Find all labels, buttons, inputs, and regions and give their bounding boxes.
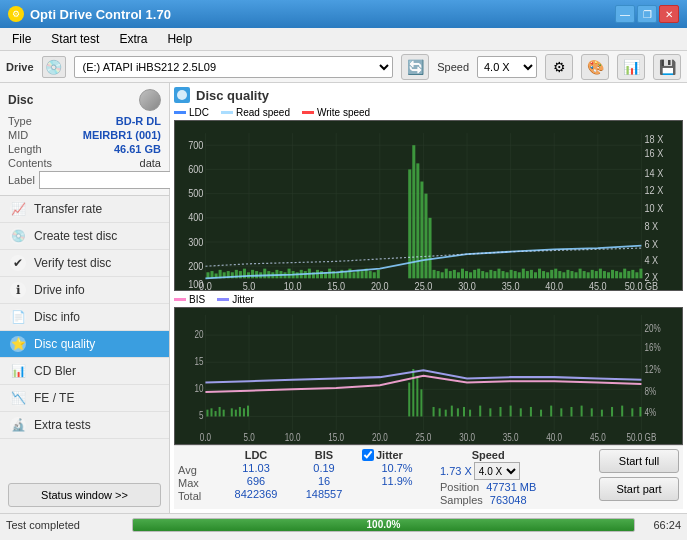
- svg-rect-185: [223, 410, 225, 417]
- legend-bis-dot: [174, 298, 186, 301]
- max-ldc: 696: [226, 475, 286, 487]
- sidebar-item-extra-tests[interactable]: 🔬 Extra tests: [0, 412, 169, 439]
- drive-select[interactable]: (E:) ATAPI iHBS212 2.5L09: [74, 56, 394, 78]
- svg-rect-217: [631, 409, 633, 417]
- bottom-chart: 20 15 10 5 20% 16% 12% 8% 4% 0.0 5.0 10.…: [174, 307, 683, 445]
- svg-rect-94: [433, 270, 436, 278]
- graph-icon-btn[interactable]: 📊: [617, 54, 645, 80]
- menu-start-test[interactable]: Start test: [43, 30, 107, 48]
- save-icon-btn[interactable]: 💾: [653, 54, 681, 80]
- svg-rect-127: [566, 270, 569, 278]
- sidebar-item-fe-te[interactable]: 📉 FE / TE: [0, 385, 169, 412]
- app-icon: ⚙: [8, 6, 24, 22]
- svg-rect-112: [506, 272, 509, 278]
- status-window-button[interactable]: Status window >>: [8, 483, 161, 507]
- svg-rect-203: [489, 409, 491, 417]
- svg-rect-121: [542, 271, 545, 278]
- disc-icon: [139, 89, 161, 111]
- start-full-button[interactable]: Start full: [599, 449, 679, 473]
- svg-text:20.0: 20.0: [372, 431, 388, 443]
- restore-button[interactable]: ❐: [637, 5, 657, 23]
- svg-rect-118: [530, 270, 533, 278]
- sidebar-item-create-test-disc-label: Create test disc: [34, 229, 117, 243]
- top-legend: LDC Read speed Write speed: [174, 107, 683, 118]
- svg-rect-83: [361, 271, 364, 278]
- main-area: Disc Type BD-R DL MID MEIRBR1 (001) Leng…: [0, 83, 687, 513]
- svg-text:20.0: 20.0: [371, 281, 389, 291]
- svg-text:700: 700: [188, 139, 204, 151]
- close-button[interactable]: ✕: [659, 5, 679, 23]
- disc-contents-value: data: [140, 157, 161, 169]
- menu-extra[interactable]: Extra: [111, 30, 155, 48]
- drive-refresh-button[interactable]: 🔄: [401, 54, 429, 80]
- svg-rect-212: [581, 406, 583, 417]
- svg-rect-89: [412, 145, 415, 278]
- sidebar-item-cd-bler[interactable]: 📊 CD Bler: [0, 358, 169, 385]
- svg-text:15: 15: [194, 355, 203, 367]
- disc-label-row: Label 😊: [8, 171, 161, 189]
- disc-label-input[interactable]: [39, 171, 172, 189]
- sidebar-item-disc-info[interactable]: 📄 Disc info: [0, 304, 169, 331]
- svg-rect-86: [373, 272, 376, 278]
- sidebar-item-verify-test-disc[interactable]: ✔ Verify test disc: [0, 250, 169, 277]
- svg-rect-106: [481, 271, 484, 278]
- sidebar-item-disc-quality[interactable]: ⭐ Disc quality: [0, 331, 169, 358]
- minimize-button[interactable]: —: [615, 5, 635, 23]
- sidebar-item-drive-info[interactable]: ℹ Drive info: [0, 277, 169, 304]
- svg-text:16 X: 16 X: [644, 148, 663, 160]
- svg-text:35.0: 35.0: [503, 431, 519, 443]
- legend-read-speed-dot: [221, 111, 233, 114]
- svg-rect-190: [247, 406, 249, 417]
- svg-rect-142: [627, 271, 630, 278]
- title-bar: ⚙ Opti Drive Control 1.70 — ❐ ✕: [0, 0, 687, 28]
- fe-te-icon: 📉: [10, 390, 26, 406]
- svg-text:14 X: 14 X: [644, 167, 663, 179]
- svg-text:15.0: 15.0: [327, 281, 345, 291]
- top-chart: 700 600 500 400 300 200 100 18 X 16 X 14…: [174, 120, 683, 291]
- svg-rect-214: [601, 410, 603, 417]
- svg-rect-195: [433, 407, 435, 416]
- speed-dropdown[interactable]: 4.0 X: [474, 462, 520, 480]
- disc-contents-row: Contents data: [8, 157, 161, 169]
- disc-length-value: 46.61 GB: [114, 143, 161, 155]
- disc-mid-row: MID MEIRBR1 (001): [8, 129, 161, 141]
- svg-rect-182: [210, 409, 212, 417]
- max-label: Max: [178, 477, 218, 489]
- svg-text:0.0: 0.0: [200, 431, 211, 443]
- svg-rect-202: [479, 406, 481, 417]
- svg-rect-200: [463, 407, 465, 416]
- menu-help[interactable]: Help: [159, 30, 200, 48]
- jitter-checkbox[interactable]: [362, 449, 374, 461]
- svg-rect-59: [263, 269, 266, 279]
- settings-icon-btn[interactable]: ⚙: [545, 54, 573, 80]
- svg-rect-198: [451, 406, 453, 417]
- svg-text:40.0: 40.0: [545, 281, 563, 291]
- svg-text:5.0: 5.0: [243, 431, 254, 443]
- speed-select[interactable]: 4.0 X 2.0 X 8.0 X: [477, 56, 537, 78]
- avg-ldc: 11.03: [226, 462, 286, 474]
- svg-text:10 X: 10 X: [644, 202, 663, 214]
- svg-rect-101: [461, 269, 464, 279]
- sidebar-item-transfer-rate[interactable]: 📈 Transfer rate: [0, 196, 169, 223]
- svg-rect-124: [554, 269, 557, 279]
- transfer-rate-icon: 📈: [10, 201, 26, 217]
- disc-quality-icon: ⭐: [10, 336, 26, 352]
- svg-rect-107: [485, 272, 488, 278]
- bis-header: BIS: [294, 449, 354, 461]
- sidebar-item-extra-tests-label: Extra tests: [34, 418, 91, 432]
- jitter-header: Jitter: [376, 449, 403, 461]
- verify-test-disc-icon: ✔: [10, 255, 26, 271]
- svg-rect-138: [611, 270, 614, 278]
- legend-write-speed-label: Write speed: [317, 107, 370, 118]
- menu-file[interactable]: File: [4, 30, 39, 48]
- svg-rect-128: [570, 271, 573, 278]
- svg-text:50.0 GB: 50.0 GB: [627, 431, 657, 443]
- disc-length-label: Length: [8, 143, 42, 155]
- sidebar-item-create-test-disc[interactable]: 💿 Create test disc: [0, 223, 169, 250]
- progress-bar-container: 100.0%: [132, 518, 635, 532]
- color-icon-btn[interactable]: 🎨: [581, 54, 609, 80]
- svg-text:12%: 12%: [644, 363, 661, 375]
- start-part-button[interactable]: Start part: [599, 477, 679, 501]
- avg-bis: 0.19: [294, 462, 354, 474]
- svg-text:18 X: 18 X: [644, 133, 663, 145]
